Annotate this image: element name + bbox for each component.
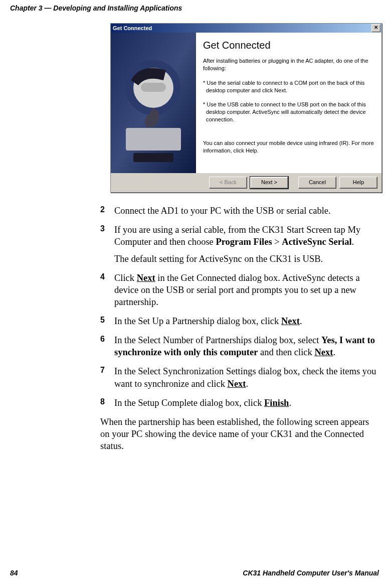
after-steps-paragraph: When the partnership has been establishe… (100, 416, 379, 452)
step-8-dot: . (289, 398, 291, 408)
step-5-dot: . (300, 316, 302, 326)
step-7-next: Next (228, 379, 246, 389)
step-6-text-a: In the Select Number of Partnerships dia… (114, 335, 321, 345)
step-6: In the Select Number of Partnerships dia… (100, 334, 379, 358)
program-files-bold: Program Files (216, 237, 272, 247)
steps-list: Connect the AD1 to your PC with the USB … (100, 205, 379, 409)
dialog-bullet-usb: * Use the USB cable to connect to the US… (203, 101, 374, 123)
step-4-next: Next (137, 273, 155, 283)
dialog-heading: Get Connected (203, 40, 374, 51)
svg-rect-3 (141, 83, 166, 92)
step-4-text-a: Click (114, 273, 137, 283)
step-7-dot: . (246, 379, 249, 389)
step-3-dot: . (352, 237, 354, 247)
get-connected-dialog-screenshot: Get Connected ✕ (110, 23, 381, 193)
step-5-text-a: In the Set Up a Partnership dialog box, … (114, 316, 281, 326)
dialog-window: Get Connected ✕ (110, 23, 382, 193)
step-6-text-b: and then click (258, 347, 314, 357)
step-6-next: Next (314, 347, 333, 357)
step-7: In the Select Synchronization Settings d… (100, 365, 379, 389)
step-5-next: Next (281, 316, 300, 326)
page-number: 84 (10, 569, 18, 577)
manual-title: CK31 Handheld Computer User's Manual (243, 569, 379, 577)
dialog-footer-text: You can also connect your mobile device … (203, 139, 374, 155)
gt-sep: > (272, 237, 282, 247)
step-4: Click Next in the Get Connected dialog b… (100, 272, 379, 308)
step-6-dot: . (333, 347, 335, 357)
page-footer: 84 CK31 Handheld Computer User's Manual (10, 569, 379, 577)
dialog-main-column: Get Connected After installing batteries… (196, 33, 381, 173)
step-8-finish: Finish (264, 398, 289, 408)
svg-rect-5 (133, 153, 173, 162)
svg-rect-4 (126, 128, 181, 151)
step-8: In the Setup Complete dialog box, click … (100, 397, 379, 409)
help-button[interactable]: Help (339, 177, 377, 189)
dialog-side-graphic (111, 33, 196, 173)
back-button: < Back (209, 177, 247, 189)
dialog-bullet-serial: * Use the serial cable to connect to a C… (203, 79, 374, 94)
page-header: Chapter 3 — Developing and Installing Ap… (0, 0, 389, 12)
step-5: In the Set Up a Partnership dialog box, … (100, 315, 379, 327)
step-2: Connect the AD1 to your PC with the USB … (100, 205, 379, 217)
dialog-button-bar: < Back Next > Cancel Help (111, 173, 381, 192)
step-8-text-a: In the Setup Complete dialog box, click (114, 398, 264, 408)
wizard-graphic-icon (111, 33, 196, 173)
cancel-button[interactable]: Cancel (298, 177, 336, 189)
dialog-titlebar: Get Connected ✕ (111, 24, 381, 33)
dialog-body: Get Connected After installing batteries… (111, 33, 381, 173)
next-button[interactable]: Next > (250, 177, 288, 189)
dialog-title: Get Connected (113, 25, 152, 31)
instruction-content: Connect the AD1 to your PC with the USB … (100, 205, 379, 452)
close-icon[interactable]: ✕ (371, 24, 380, 32)
dialog-intro-text: After installing batteries or plugging i… (203, 57, 374, 72)
step-3: If you are using a serial cable, from th… (100, 224, 379, 265)
step-3-subtext: The default setting for ActiveSync on th… (114, 253, 379, 265)
activesync-serial-bold: ActiveSync Serial (282, 237, 351, 247)
step-2-text: Connect the AD1 to your PC with the USB … (114, 206, 331, 216)
